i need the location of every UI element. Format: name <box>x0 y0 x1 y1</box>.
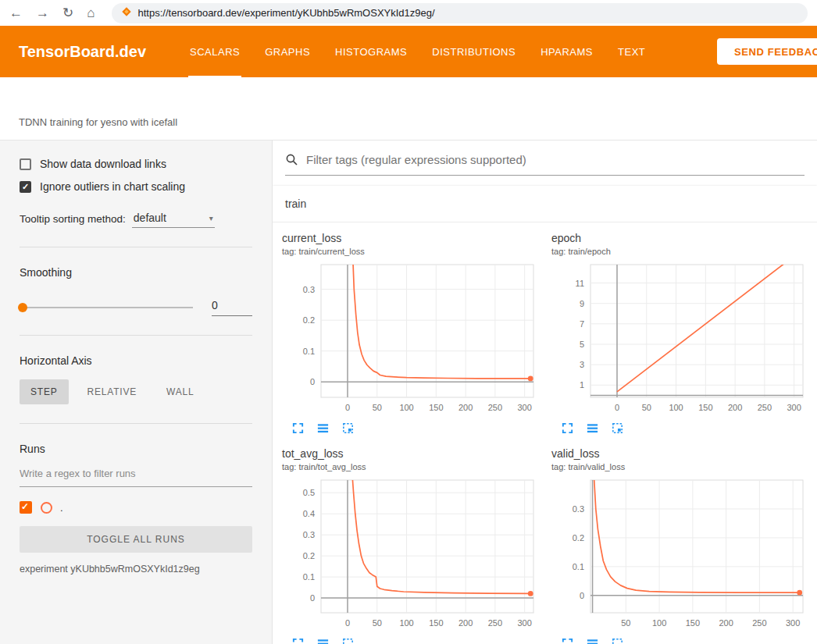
app-header: TensorBoard.dev SCALARSGRAPHSHISTOGRAMSD… <box>0 26 817 77</box>
svg-text:0.1: 0.1 <box>303 572 315 582</box>
svg-text:50: 50 <box>373 403 382 412</box>
tooltip-sorting-label: Tooltip sorting method: <box>20 213 126 228</box>
fullscreen-icon[interactable] <box>291 637 305 644</box>
svg-text:0.1: 0.1 <box>573 562 584 571</box>
fullscreen-icon[interactable] <box>561 422 574 435</box>
chevron-down-icon: ▾ <box>209 214 213 222</box>
fit-selection-icon[interactable] <box>341 422 355 435</box>
fit-selection-icon[interactable] <box>341 637 355 644</box>
svg-text:250: 250 <box>488 403 502 412</box>
show-download-row[interactable]: Show data download links <box>20 158 252 170</box>
tag-filter-input[interactable] <box>305 152 805 167</box>
chart-title: tot_avg_loss <box>282 447 548 460</box>
runs-filter-input[interactable] <box>20 468 252 487</box>
experiment-bar: TDNN training for yesno with icefall <box>0 77 817 141</box>
home-icon[interactable]: ⌂ <box>87 6 95 20</box>
svg-text:300: 300 <box>517 403 531 412</box>
brand[interactable]: TensorBoard.dev <box>0 26 146 77</box>
send-feedback-button[interactable]: SEND FEEDBACK <box>717 38 817 65</box>
run-row[interactable]: . <box>20 501 252 514</box>
search-icon <box>285 153 298 166</box>
svg-text:300: 300 <box>786 618 800 628</box>
divider <box>20 423 252 424</box>
svg-text:300: 300 <box>517 618 531 628</box>
smoothing-value[interactable]: 0 <box>212 299 252 316</box>
svg-text:5: 5 <box>580 340 584 349</box>
tooltip-sorting-select[interactable]: default ▾ <box>132 212 215 228</box>
svg-text:0.5: 0.5 <box>303 488 315 497</box>
data-table-icon[interactable] <box>586 422 599 435</box>
tab-graphs[interactable]: GRAPHS <box>252 26 323 77</box>
address-bar[interactable]: https://tensorboard.dev/experiment/yKUbh… <box>112 3 808 23</box>
svg-text:50: 50 <box>621 618 630 628</box>
forward-icon[interactable]: → <box>36 6 49 20</box>
chart-tag: tag: train/valid_loss <box>551 462 817 471</box>
svg-text:200: 200 <box>719 618 733 628</box>
chart-tag: tag: train/tot_avg_loss <box>282 462 548 471</box>
ignore-outliers-label: Ignore outliers in chart scaling <box>40 180 185 193</box>
divider <box>20 335 252 336</box>
chart-card-tot_avg_loss: tot_avg_losstag: train/tot_avg_loss00.10… <box>282 447 548 644</box>
svg-text:100: 100 <box>399 618 413 628</box>
chart-plot-current_loss[interactable]: 00.10.20.3050100150200250300 <box>282 261 544 418</box>
svg-text:0: 0 <box>345 618 350 628</box>
toggle-all-runs-button[interactable]: TOGGLE ALL RUNS <box>20 526 252 553</box>
svg-text:3: 3 <box>580 360 584 369</box>
chart-card-current_loss: current_losstag: train/current_loss00.10… <box>282 232 548 435</box>
back-icon[interactable]: ← <box>9 6 23 20</box>
svg-text:250: 250 <box>488 618 502 628</box>
svg-text:200: 200 <box>458 618 473 628</box>
chart-plot-valid_loss[interactable]: 00.10.20.350100150200250300 <box>551 476 813 634</box>
tooltip-sorting-value: default <box>134 212 166 224</box>
reload-icon[interactable]: ↻ <box>62 6 73 20</box>
fit-selection-icon[interactable] <box>611 422 624 435</box>
svg-text:0.2: 0.2 <box>573 533 584 543</box>
svg-text:300: 300 <box>787 403 801 412</box>
data-table-icon[interactable] <box>316 637 330 644</box>
divider <box>20 247 252 247</box>
svg-text:1: 1 <box>580 380 584 390</box>
axis-button-wall[interactable]: WALL <box>155 379 205 404</box>
axis-button-step[interactable]: STEP <box>20 379 69 404</box>
fullscreen-icon[interactable] <box>561 637 574 644</box>
svg-text:100: 100 <box>652 618 666 628</box>
svg-text:100: 100 <box>669 403 683 412</box>
svg-text:0: 0 <box>580 591 584 600</box>
smoothing-slider[interactable] <box>20 307 193 308</box>
run-checkbox[interactable] <box>20 501 32 514</box>
tag-group-header[interactable]: train <box>273 186 817 222</box>
nav-tabs: SCALARSGRAPHSHISTOGRAMSDISTRIBUTIONSHPAR… <box>177 26 658 77</box>
fit-selection-icon[interactable] <box>611 637 624 644</box>
tab-histograms[interactable]: HISTOGRAMS <box>323 26 419 77</box>
chart-plot-epoch[interactable]: 1357911050100150200250300 <box>551 261 813 418</box>
axis-button-relative[interactable]: RELATIVE <box>77 379 148 404</box>
svg-text:0.4: 0.4 <box>303 509 315 518</box>
svg-text:200: 200 <box>458 403 473 412</box>
tab-hparams[interactable]: HPARAMS <box>528 26 605 77</box>
chart-toolbar <box>291 637 548 644</box>
data-table-icon[interactable] <box>586 637 599 644</box>
data-table-icon[interactable] <box>316 422 330 435</box>
svg-text:0: 0 <box>310 593 315 603</box>
svg-text:0.2: 0.2 <box>303 315 315 325</box>
tab-scalars[interactable]: SCALARS <box>177 26 252 77</box>
fullscreen-icon[interactable] <box>291 422 305 435</box>
svg-text:9: 9 <box>580 299 584 308</box>
chart-plot-tot_avg_loss[interactable]: 00.10.20.30.40.5050100150200250300 <box>282 476 544 634</box>
chart-title: current_loss <box>282 232 548 244</box>
runs-label: Runs <box>20 443 252 455</box>
chart-toolbar <box>291 422 548 435</box>
smoothing-slider-thumb[interactable] <box>18 303 27 312</box>
charts-grid: current_losstag: train/current_loss00.10… <box>273 222 817 644</box>
tab-distributions[interactable]: DISTRIBUTIONS <box>419 26 528 77</box>
main: train current_losstag: train/current_los… <box>273 141 817 644</box>
tag-group-title: train <box>285 197 306 210</box>
svg-text:0: 0 <box>345 403 350 412</box>
tab-text[interactable]: TEXT <box>605 26 658 77</box>
ignore-outliers-checkbox[interactable] <box>20 181 31 193</box>
show-download-checkbox[interactable] <box>20 158 31 170</box>
svg-text:50: 50 <box>373 618 382 628</box>
page: ← → ↻ ⌂ https://tensorboard.dev/experime… <box>0 0 817 644</box>
chart-card-epoch: epochtag: train/epoch1357911050100150200… <box>551 232 817 435</box>
ignore-outliers-row[interactable]: Ignore outliers in chart scaling <box>20 180 252 193</box>
